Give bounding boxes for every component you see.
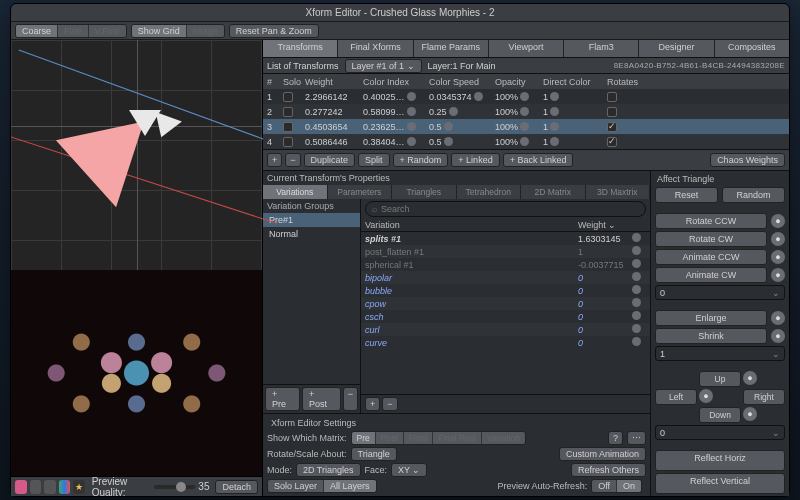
auto-refresh-off[interactable]: Off	[592, 480, 617, 492]
add-random-button[interactable]: + Random	[393, 153, 449, 167]
solo-checkbox[interactable]	[283, 122, 293, 132]
variation-row[interactable]: post_flatten #11	[361, 245, 650, 258]
xform-canvas[interactable]	[11, 40, 262, 270]
xform-row[interactable]: 20.2772420.58099… 0.25 100% 1	[263, 104, 789, 119]
solo-layer-button[interactable]: Solo Layer	[268, 480, 324, 492]
xform-row[interactable]: 30.45036540.23625… 0.5 100% 1	[263, 119, 789, 134]
add-xform-button[interactable]: +	[267, 153, 282, 167]
rotate-ccw-button[interactable]: Rotate CCW	[655, 213, 767, 229]
mode-select[interactable]: 2D Triangles	[296, 463, 361, 477]
shrink-button[interactable]: Shrink	[655, 328, 767, 344]
vg-item-pre1[interactable]: Pre#1	[263, 213, 360, 227]
tab-viewport[interactable]: Viewport	[489, 40, 564, 57]
move-down-button[interactable]: Down	[699, 407, 741, 423]
stepper-icon[interactable]	[407, 122, 416, 131]
stepper-icon[interactable]	[449, 107, 458, 116]
stepper-icon[interactable]	[632, 259, 641, 268]
stepper-icon[interactable]	[632, 298, 641, 307]
matrix-variation[interactable]: Variation	[482, 432, 525, 444]
subtab-parameters[interactable]: Parameters	[328, 185, 393, 199]
matrix-pre[interactable]: Pre	[352, 432, 376, 444]
image-toggle[interactable]: Image	[187, 25, 224, 37]
home-icon[interactable]	[15, 480, 27, 494]
add-linked-button[interactable]: + Linked	[451, 153, 499, 167]
stepper-icon[interactable]	[520, 122, 529, 131]
solo-checkbox[interactable]	[283, 92, 293, 102]
info-icon[interactable]: ⋯	[627, 431, 646, 445]
move-amount-input[interactable]: 0	[655, 425, 785, 440]
add-back-linked-button[interactable]: + Back Linked	[503, 153, 574, 167]
affect-reset-button[interactable]: Reset	[655, 187, 718, 203]
matrix-post[interactable]: Post	[376, 432, 404, 444]
remove-xform-button[interactable]: −	[285, 153, 300, 167]
stepper-icon[interactable]	[550, 122, 559, 131]
stepper-icon[interactable]	[632, 272, 641, 281]
variation-row[interactable]: csch0	[361, 310, 650, 323]
stepper-icon[interactable]	[550, 137, 559, 146]
chaos-weights-button[interactable]: Chaos Weights	[710, 153, 785, 167]
stepper-icon[interactable]: ●	[699, 389, 713, 403]
grain-segment[interactable]: Coarse Fine V.Fine	[15, 24, 127, 38]
stepper-icon[interactable]: ●	[771, 232, 785, 246]
variation-row[interactable]: curve0	[361, 336, 650, 349]
subtab-variations[interactable]: Variations	[263, 185, 328, 199]
stepper-icon[interactable]: ●	[771, 329, 785, 343]
variation-row[interactable]: bipolar0	[361, 271, 650, 284]
stepper-icon[interactable]	[632, 246, 641, 255]
stepper-icon[interactable]	[407, 137, 416, 146]
stepper-icon[interactable]	[550, 107, 559, 116]
vg-add-pre-button[interactable]: + Pre	[265, 387, 300, 411]
stepper-icon[interactable]: ●	[771, 250, 785, 264]
stepper-icon[interactable]	[407, 92, 416, 101]
rotates-checkbox[interactable]	[607, 92, 617, 102]
affect-random-button[interactable]: Random	[722, 187, 785, 203]
rotates-checkbox[interactable]	[607, 137, 617, 147]
matrix-final[interactable]: Final	[404, 432, 433, 444]
vg-remove-button[interactable]: −	[343, 387, 358, 411]
animate-cw-button[interactable]: Animate CW	[655, 267, 767, 283]
icon-b[interactable]	[44, 480, 56, 494]
variation-row[interactable]: spherical #1-0.0037715	[361, 258, 650, 271]
reflect-vert-button[interactable]: Reflect Vertical	[655, 473, 785, 494]
preview-quality-slider[interactable]	[154, 485, 195, 489]
grain-coarse[interactable]: Coarse	[16, 25, 58, 37]
stepper-icon[interactable]: ●	[771, 214, 785, 228]
matrix-final-post[interactable]: Final Post	[433, 432, 482, 444]
face-select[interactable]: XY ⌄	[391, 463, 427, 477]
auto-refresh-on[interactable]: On	[617, 480, 641, 492]
layer-select[interactable]: Layer #1 of 1 ⌄	[345, 59, 422, 73]
custom-animation-button[interactable]: Custom Animation	[559, 447, 646, 461]
stepper-icon[interactable]: ●	[771, 268, 785, 282]
subtab-triangles[interactable]: Triangles	[392, 185, 457, 199]
stepper-icon[interactable]: ●	[743, 371, 757, 385]
animate-ccw-button[interactable]: Animate CCW	[655, 249, 767, 265]
tab-final-xforms[interactable]: Final Xforms	[338, 40, 413, 57]
variation-search-input[interactable]: ⌕ Search	[365, 201, 646, 217]
rotate-cw-button[interactable]: Rotate CW	[655, 231, 767, 247]
stepper-icon[interactable]	[520, 92, 529, 101]
enlarge-button[interactable]: Enlarge	[655, 310, 767, 326]
rotate-amount-input[interactable]: 0	[655, 285, 785, 300]
tab-flam3[interactable]: Flam3	[564, 40, 639, 57]
grain-fine[interactable]: Fine	[58, 25, 89, 37]
stepper-icon[interactable]	[474, 92, 483, 101]
triangle-2[interactable]	[148, 112, 182, 142]
rotate-scale-select[interactable]: Triangle	[351, 447, 397, 461]
show-grid-toggle[interactable]: Show Grid	[132, 25, 187, 37]
stepper-icon[interactable]	[632, 285, 641, 294]
variation-add-button[interactable]: +	[365, 397, 380, 411]
tab-flame-params[interactable]: Flame Params	[414, 40, 489, 57]
solo-checkbox[interactable]	[283, 107, 293, 117]
subtab-3d-matrix[interactable]: 3D Maxtrix	[586, 185, 651, 199]
variation-row[interactable]: cpow0	[361, 297, 650, 310]
move-right-button[interactable]: Right	[743, 389, 785, 405]
xform-row[interactable]: 40.50864460.38404… 0.5 100% 1	[263, 134, 789, 149]
grain-vfine[interactable]: V.Fine	[89, 25, 126, 37]
tab-designer[interactable]: Designer	[639, 40, 714, 57]
icon-a[interactable]	[30, 480, 42, 494]
variation-remove-button[interactable]: −	[382, 397, 397, 411]
move-left-button[interactable]: Left	[655, 389, 697, 405]
split-button[interactable]: Split	[358, 153, 390, 167]
stepper-icon[interactable]	[444, 137, 453, 146]
variation-row[interactable]: bubble0	[361, 284, 650, 297]
